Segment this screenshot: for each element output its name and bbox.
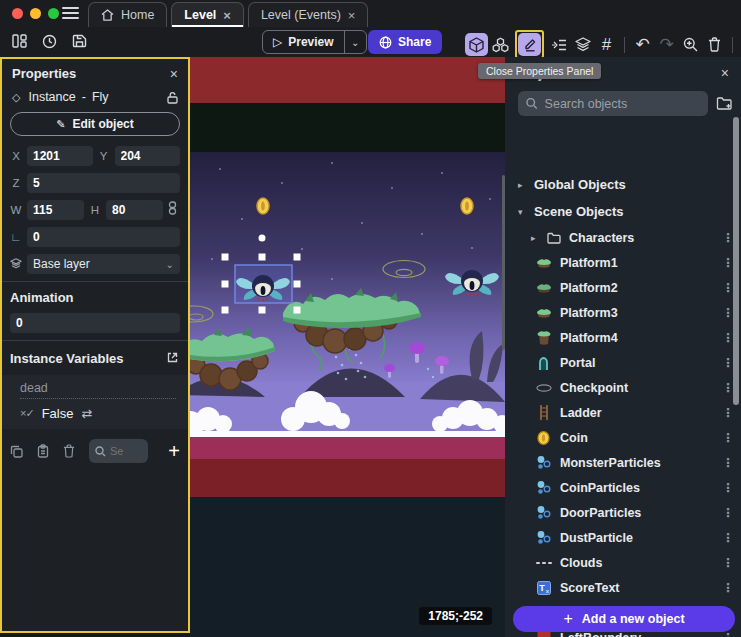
group-global-objects[interactable]: ▸ Global Objects — [505, 171, 741, 198]
lock-aspect-ratio-icon[interactable] — [168, 201, 180, 219]
item-menu-icon[interactable]: ⋮ — [715, 581, 741, 595]
history-icon[interactable] — [38, 30, 60, 52]
z-field[interactable] — [27, 173, 180, 193]
ladder-icon — [535, 405, 552, 420]
y-field[interactable] — [115, 146, 181, 166]
tab-level[interactable]: Level × — [171, 2, 244, 27]
add-variable-button[interactable]: + — [168, 440, 180, 463]
delete-variable-icon[interactable] — [63, 444, 75, 458]
item-menu-icon[interactable]: ⋮ — [715, 531, 741, 545]
layers-icon[interactable] — [571, 33, 594, 56]
paste-variable-icon[interactable] — [37, 444, 49, 458]
add-object-button[interactable]: + Add a new object — [513, 606, 735, 632]
animation-field[interactable] — [10, 313, 180, 333]
variable-search-input[interactable] — [110, 445, 140, 457]
variable-search[interactable] — [89, 439, 148, 463]
platform-grass-icon — [535, 258, 552, 268]
toggle-value-icon[interactable]: ⇄ — [81, 406, 92, 421]
object-item-portal[interactable]: Portal⋮ — [505, 350, 741, 375]
object-item-platform4[interactable]: Platform4⋮ — [505, 325, 741, 350]
width-field[interactable] — [27, 200, 84, 220]
item-menu-icon[interactable]: ⋮ — [715, 481, 741, 495]
coin-sprite[interactable] — [461, 198, 473, 214]
object-item-monsterparticles[interactable]: MonsterParticles⋮ — [505, 450, 741, 475]
tab-home[interactable]: Home — [88, 2, 167, 27]
share-button[interactable]: Share — [368, 30, 442, 54]
objects-group-icon[interactable] — [489, 33, 512, 56]
item-menu-icon[interactable]: ⋮ — [715, 406, 741, 420]
edit-object-label: Edit object — [72, 117, 133, 131]
object-item-doorparticles[interactable]: DoorParticles⋮ — [505, 500, 741, 525]
save-icon[interactable] — [68, 30, 90, 52]
preview-button[interactable]: ▷ Preview ⌄ — [262, 30, 367, 54]
z-label: Z — [10, 177, 22, 189]
instance-variables-title: Instance Variables — [10, 351, 123, 366]
toggle-panels-icon[interactable] — [8, 30, 30, 52]
chevron-right-icon: ▸ — [531, 233, 539, 243]
object-item-platform3[interactable]: Platform3⋮ — [505, 300, 741, 325]
coin-sprite[interactable] — [257, 198, 269, 214]
tab-level-events[interactable]: Level (Events) × — [248, 2, 369, 27]
group-scene-objects[interactable]: ▾ Scene Objects — [505, 198, 741, 225]
edit-object-button[interactable]: ✎ Edit object — [10, 112, 180, 136]
object-item-label: MonsterParticles — [560, 456, 715, 470]
object-item-coinparticles[interactable]: CoinParticles⋮ — [505, 475, 741, 500]
delete-icon[interactable] — [703, 33, 726, 56]
plus-icon: + — [563, 610, 572, 628]
instances-list-icon[interactable] — [547, 33, 570, 56]
object-item-dustparticle[interactable]: DustParticle⋮ — [505, 525, 741, 550]
folder-characters[interactable]: ▸ Characters ⋮ — [505, 225, 741, 250]
maximize-window-button[interactable] — [48, 8, 59, 19]
grid-icon[interactable]: # — [595, 33, 618, 56]
object-item-ladder[interactable]: Ladder⋮ — [505, 400, 741, 425]
unlock-icon[interactable] — [167, 91, 178, 104]
objects-tree: ▸ Global Objects ▾ Scene Objects ▸ Chara… — [505, 171, 741, 637]
height-field[interactable] — [106, 200, 163, 220]
objects-scrollbar[interactable] — [733, 117, 739, 405]
rotate-handle[interactable] — [259, 235, 266, 242]
minimize-window-button[interactable] — [30, 8, 41, 19]
scene-canvas[interactable]: 1785;-252 — [190, 57, 505, 637]
preview-dropdown-icon[interactable]: ⌄ — [344, 31, 366, 53]
add-folder-icon[interactable] — [716, 96, 733, 111]
variable-row[interactable]: dead ×✓ False ⇄ — [2, 375, 188, 429]
app-window: Home Level × Level (Events) × — [0, 0, 741, 637]
variable-value[interactable]: False — [42, 406, 74, 421]
pink-band — [190, 437, 505, 459]
angle-field[interactable] — [27, 227, 180, 247]
object-item-scoretext[interactable]: TxScoreText⋮ — [505, 575, 741, 600]
item-menu-icon[interactable]: ⋮ — [715, 556, 741, 570]
object-item-label: Coin — [560, 431, 715, 445]
close-tab-icon[interactable]: × — [348, 9, 356, 22]
close-window-button[interactable] — [12, 8, 23, 19]
item-menu-icon[interactable]: ⋮ — [715, 431, 741, 445]
object-item-coin[interactable]: Coin⋮ — [505, 425, 741, 450]
item-menu-icon[interactable]: ⋮ — [715, 506, 741, 520]
variable-name[interactable]: dead — [20, 381, 176, 399]
edit-properties-icon[interactable] — [518, 33, 541, 56]
object-item-platform1[interactable]: Platform1⋮ — [505, 250, 741, 275]
close-properties-icon[interactable]: × — [170, 67, 178, 81]
open-variables-icon[interactable] — [167, 349, 178, 367]
3d-view-icon[interactable] — [465, 33, 488, 56]
close-tab-icon[interactable]: × — [223, 9, 231, 22]
object-item-clouds[interactable]: Clouds⋮ — [505, 550, 741, 575]
object-item-checkpoint[interactable]: Checkpoint⋮ — [505, 375, 741, 400]
objects-search[interactable] — [518, 91, 708, 116]
menu-icon[interactable] — [62, 7, 79, 20]
object-item-platform2[interactable]: Platform2⋮ — [505, 275, 741, 300]
layer-dropdown[interactable]: Base layer ⌄ — [27, 254, 180, 274]
object-item-label: Checkpoint — [560, 381, 715, 395]
object-item-label: DoorParticles — [560, 506, 715, 520]
objects-search-input[interactable] — [545, 97, 700, 111]
undo-icon[interactable]: ↶ — [631, 33, 654, 56]
copy-variable-icon[interactable] — [10, 445, 23, 458]
item-menu-icon[interactable]: ⋮ — [715, 456, 741, 470]
tab-label: Home — [121, 8, 154, 22]
x-field[interactable] — [27, 146, 93, 166]
folder-label: Characters — [569, 231, 707, 245]
close-objects-panel-icon[interactable]: × — [721, 66, 729, 80]
zoom-in-icon[interactable] — [679, 33, 702, 56]
instance-object-name: Fly — [92, 90, 109, 104]
top-boundary-band — [190, 57, 505, 103]
